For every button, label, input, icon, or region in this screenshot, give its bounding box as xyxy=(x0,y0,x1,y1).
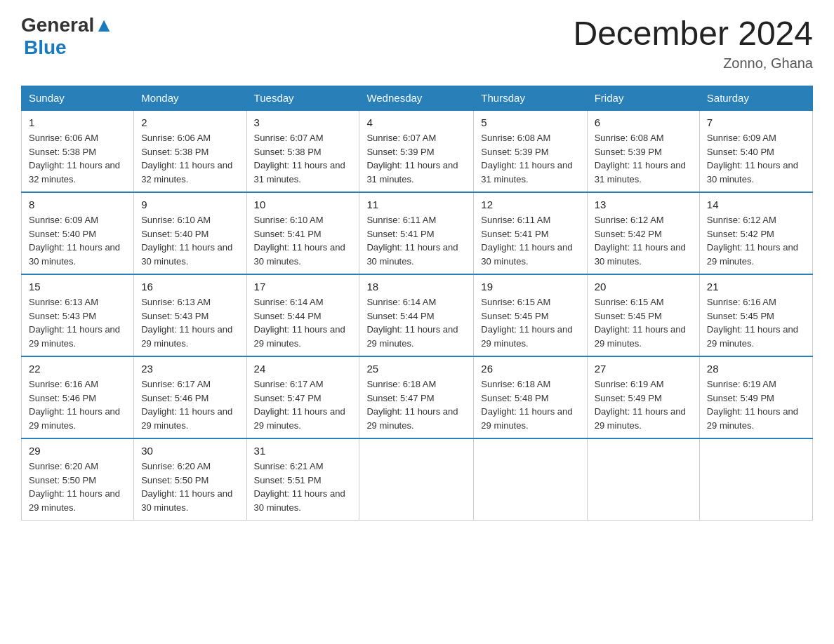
calendar-cell: 29 Sunrise: 6:20 AMSunset: 5:50 PMDaylig… xyxy=(22,438,134,521)
day-number: 23 xyxy=(141,363,239,375)
day-number: 16 xyxy=(141,281,239,293)
calendar-cell: 11 Sunrise: 6:11 AMSunset: 5:41 PMDaylig… xyxy=(359,192,474,274)
col-header-tuesday: Tuesday xyxy=(246,86,359,111)
day-info: Sunrise: 6:10 AMSunset: 5:41 PMDaylight:… xyxy=(254,215,345,267)
day-info: Sunrise: 6:11 AMSunset: 5:41 PMDaylight:… xyxy=(481,215,572,267)
day-info: Sunrise: 6:17 AMSunset: 5:46 PMDaylight:… xyxy=(141,379,232,431)
calendar-cell: 12 Sunrise: 6:11 AMSunset: 5:41 PMDaylig… xyxy=(474,192,587,274)
day-number: 9 xyxy=(141,199,239,210)
page-header: General▲ Blue December 2024 Zonno, Ghana xyxy=(21,14,813,72)
day-number: 8 xyxy=(29,199,126,210)
calendar-cell: 26 Sunrise: 6:18 AMSunset: 5:48 PMDaylig… xyxy=(474,356,587,438)
calendar-week-row: 8 Sunrise: 6:09 AMSunset: 5:40 PMDayligh… xyxy=(22,192,813,274)
day-number: 18 xyxy=(366,281,466,293)
calendar-cell: 14 Sunrise: 6:12 AMSunset: 5:42 PMDaylig… xyxy=(699,192,812,274)
month-year-title: December 2024 xyxy=(573,14,813,53)
day-info: Sunrise: 6:19 AMSunset: 5:49 PMDaylight:… xyxy=(595,379,686,431)
day-info: Sunrise: 6:20 AMSunset: 5:50 PMDaylight:… xyxy=(29,461,120,513)
calendar-cell: 28 Sunrise: 6:19 AMSunset: 5:49 PMDaylig… xyxy=(699,356,812,438)
day-info: Sunrise: 6:12 AMSunset: 5:42 PMDaylight:… xyxy=(595,215,686,267)
calendar-cell: 8 Sunrise: 6:09 AMSunset: 5:40 PMDayligh… xyxy=(22,192,134,274)
calendar-cell xyxy=(699,438,812,521)
col-header-sunday: Sunday xyxy=(22,86,134,111)
title-area: December 2024 Zonno, Ghana xyxy=(573,14,813,72)
day-number: 12 xyxy=(481,199,579,210)
day-number: 5 xyxy=(481,116,579,128)
day-number: 29 xyxy=(29,445,126,457)
col-header-thursday: Thursday xyxy=(474,86,587,111)
day-info: Sunrise: 6:07 AMSunset: 5:39 PMDaylight:… xyxy=(366,133,458,185)
calendar-cell: 31 Sunrise: 6:21 AMSunset: 5:51 PMDaylig… xyxy=(246,438,359,521)
day-info: Sunrise: 6:09 AMSunset: 5:40 PMDaylight:… xyxy=(29,215,120,267)
day-info: Sunrise: 6:12 AMSunset: 5:42 PMDaylight:… xyxy=(707,215,798,267)
calendar-cell: 4 Sunrise: 6:07 AMSunset: 5:39 PMDayligh… xyxy=(359,110,474,192)
day-info: Sunrise: 6:18 AMSunset: 5:47 PMDaylight:… xyxy=(366,379,458,431)
day-number: 17 xyxy=(254,281,352,293)
logo: General▲ Blue xyxy=(21,14,114,59)
day-info: Sunrise: 6:16 AMSunset: 5:46 PMDaylight:… xyxy=(29,379,120,431)
calendar-table: SundayMondayTuesdayWednesdayThursdayFrid… xyxy=(21,86,813,521)
day-info: Sunrise: 6:21 AMSunset: 5:51 PMDaylight:… xyxy=(254,461,345,513)
calendar-header-row: SundayMondayTuesdayWednesdayThursdayFrid… xyxy=(22,86,813,111)
day-number: 10 xyxy=(254,199,352,210)
calendar-cell xyxy=(359,438,474,521)
day-number: 24 xyxy=(254,363,352,375)
calendar-cell: 5 Sunrise: 6:08 AMSunset: 5:39 PMDayligh… xyxy=(474,110,587,192)
logo-triangle-icon: ▲ xyxy=(94,14,114,36)
day-number: 21 xyxy=(707,281,805,293)
calendar-cell: 17 Sunrise: 6:14 AMSunset: 5:44 PMDaylig… xyxy=(246,274,359,356)
day-number: 11 xyxy=(366,199,466,210)
calendar-week-row: 29 Sunrise: 6:20 AMSunset: 5:50 PMDaylig… xyxy=(22,438,813,521)
day-info: Sunrise: 6:11 AMSunset: 5:41 PMDaylight:… xyxy=(366,215,458,267)
calendar-cell xyxy=(587,438,699,521)
calendar-cell: 9 Sunrise: 6:10 AMSunset: 5:40 PMDayligh… xyxy=(134,192,246,274)
location-label: Zonno, Ghana xyxy=(573,55,813,72)
day-info: Sunrise: 6:20 AMSunset: 5:50 PMDaylight:… xyxy=(141,461,232,513)
calendar-cell: 16 Sunrise: 6:13 AMSunset: 5:43 PMDaylig… xyxy=(134,274,246,356)
day-number: 30 xyxy=(141,445,239,457)
calendar-cell: 2 Sunrise: 6:06 AMSunset: 5:38 PMDayligh… xyxy=(134,110,246,192)
calendar-cell: 19 Sunrise: 6:15 AMSunset: 5:45 PMDaylig… xyxy=(474,274,587,356)
day-number: 31 xyxy=(254,445,352,457)
day-number: 27 xyxy=(595,363,692,375)
day-info: Sunrise: 6:07 AMSunset: 5:38 PMDaylight:… xyxy=(254,133,345,185)
day-info: Sunrise: 6:09 AMSunset: 5:40 PMDaylight:… xyxy=(707,133,798,185)
day-number: 1 xyxy=(29,116,126,128)
day-info: Sunrise: 6:17 AMSunset: 5:47 PMDaylight:… xyxy=(254,379,345,431)
calendar-cell: 30 Sunrise: 6:20 AMSunset: 5:50 PMDaylig… xyxy=(134,438,246,521)
calendar-cell: 18 Sunrise: 6:14 AMSunset: 5:44 PMDaylig… xyxy=(359,274,474,356)
calendar-week-row: 15 Sunrise: 6:13 AMSunset: 5:43 PMDaylig… xyxy=(22,274,813,356)
day-info: Sunrise: 6:14 AMSunset: 5:44 PMDaylight:… xyxy=(366,297,458,349)
day-info: Sunrise: 6:18 AMSunset: 5:48 PMDaylight:… xyxy=(481,379,572,431)
calendar-cell: 10 Sunrise: 6:10 AMSunset: 5:41 PMDaylig… xyxy=(246,192,359,274)
calendar-cell: 24 Sunrise: 6:17 AMSunset: 5:47 PMDaylig… xyxy=(246,356,359,438)
day-number: 22 xyxy=(29,363,126,375)
day-info: Sunrise: 6:15 AMSunset: 5:45 PMDaylight:… xyxy=(595,297,686,349)
day-number: 15 xyxy=(29,281,126,293)
day-info: Sunrise: 6:10 AMSunset: 5:40 PMDaylight:… xyxy=(141,215,232,267)
day-number: 26 xyxy=(481,363,579,375)
calendar-cell: 6 Sunrise: 6:08 AMSunset: 5:39 PMDayligh… xyxy=(587,110,699,192)
day-number: 25 xyxy=(366,363,466,375)
calendar-cell: 22 Sunrise: 6:16 AMSunset: 5:46 PMDaylig… xyxy=(22,356,134,438)
calendar-cell: 15 Sunrise: 6:13 AMSunset: 5:43 PMDaylig… xyxy=(22,274,134,356)
day-info: Sunrise: 6:08 AMSunset: 5:39 PMDaylight:… xyxy=(481,133,572,185)
day-info: Sunrise: 6:16 AMSunset: 5:45 PMDaylight:… xyxy=(707,297,798,349)
day-info: Sunrise: 6:06 AMSunset: 5:38 PMDaylight:… xyxy=(141,133,232,185)
day-number: 6 xyxy=(595,116,692,128)
calendar-cell: 20 Sunrise: 6:15 AMSunset: 5:45 PMDaylig… xyxy=(587,274,699,356)
day-number: 3 xyxy=(254,116,352,128)
day-info: Sunrise: 6:08 AMSunset: 5:39 PMDaylight:… xyxy=(595,133,686,185)
day-info: Sunrise: 6:13 AMSunset: 5:43 PMDaylight:… xyxy=(141,297,232,349)
day-number: 28 xyxy=(707,363,805,375)
calendar-cell: 27 Sunrise: 6:19 AMSunset: 5:49 PMDaylig… xyxy=(587,356,699,438)
col-header-friday: Friday xyxy=(587,86,699,111)
calendar-cell: 3 Sunrise: 6:07 AMSunset: 5:38 PMDayligh… xyxy=(246,110,359,192)
calendar-week-row: 22 Sunrise: 6:16 AMSunset: 5:46 PMDaylig… xyxy=(22,356,813,438)
day-info: Sunrise: 6:13 AMSunset: 5:43 PMDaylight:… xyxy=(29,297,120,349)
calendar-cell: 7 Sunrise: 6:09 AMSunset: 5:40 PMDayligh… xyxy=(699,110,812,192)
calendar-cell: 23 Sunrise: 6:17 AMSunset: 5:46 PMDaylig… xyxy=(134,356,246,438)
logo-wordmark: General▲ Blue xyxy=(21,14,114,59)
day-number: 4 xyxy=(366,116,466,128)
calendar-cell: 21 Sunrise: 6:16 AMSunset: 5:45 PMDaylig… xyxy=(699,274,812,356)
